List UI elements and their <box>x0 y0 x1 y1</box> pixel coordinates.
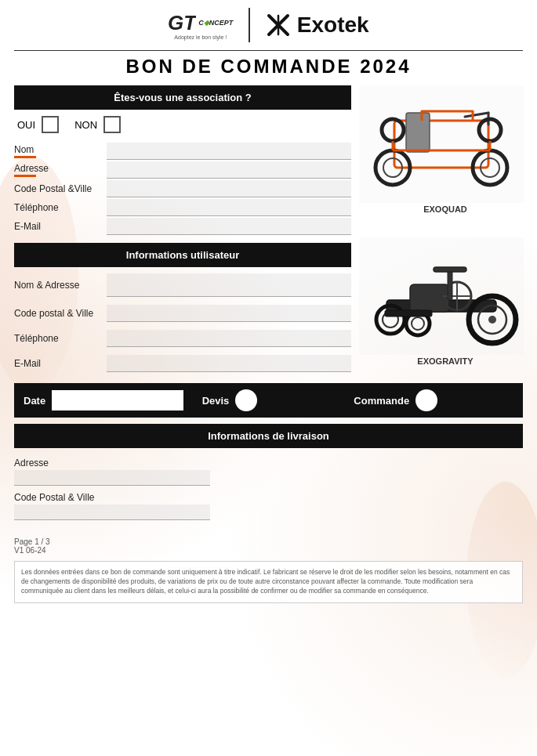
nom-group: Nom <box>14 143 351 160</box>
page-info: Page 1 / 3 <box>14 537 523 546</box>
exotek-icon <box>266 13 291 38</box>
user-email-label: E-Mail <box>14 358 100 369</box>
oui-checkbox[interactable] <box>42 116 59 133</box>
header: GT C◆NCEPT Adoptez le bon style ! Exotek <box>14 8 523 47</box>
exoquad-svg <box>363 89 520 199</box>
telephone-input[interactable] <box>107 199 351 216</box>
user-telephone-input[interactable] <box>107 330 351 347</box>
user-nom-adresse-group: Nom & Adresse <box>14 273 351 297</box>
code-postal-input[interactable] <box>107 180 351 197</box>
contact-form: Nom Adresse Code Postal &Ville <box>14 143 351 235</box>
user-email-group: E-Mail <box>14 355 351 372</box>
user-code-postal-label: Code postal & Ville <box>14 308 100 319</box>
svg-point-13 <box>479 119 501 141</box>
main-layout: Êtes-vous une association ? OUI NON Nom <box>14 85 523 377</box>
option-non[interactable]: NON <box>74 116 121 133</box>
gt-concept-tagline: Adoptez le bon style ! <box>174 34 227 40</box>
header-divider-line <box>14 50 523 51</box>
doc-row: Date Devis Commande <box>14 383 523 418</box>
association-options: OUI NON <box>14 116 351 133</box>
svg-rect-34 <box>385 310 432 317</box>
option-oui[interactable]: OUI <box>17 116 59 133</box>
exoquad-box: EXOQUAD <box>359 85 532 214</box>
telephone-label: Téléphone <box>14 202 100 213</box>
livraison-header: Informations de livraison <box>14 424 523 448</box>
svg-point-29 <box>488 316 496 324</box>
non-label: NON <box>74 119 97 131</box>
gt-concept-icon: GT <box>168 11 196 34</box>
user-nom-adresse-label: Nom & Adresse <box>14 280 100 291</box>
email-input[interactable] <box>107 218 351 235</box>
adresse-group: Adresse <box>14 161 351 179</box>
date-label: Date <box>24 395 45 407</box>
devis-circle[interactable] <box>235 389 257 411</box>
non-checkbox[interactable] <box>103 116 121 133</box>
livraison-adresse-group: Adresse <box>14 458 523 486</box>
exogravity-image <box>359 237 524 355</box>
header-divider <box>249 8 250 42</box>
exoquad-label: EXOQUAD <box>359 204 532 214</box>
svg-point-12 <box>382 119 404 141</box>
adresse-label: Adresse <box>14 163 100 174</box>
svg-point-33 <box>412 317 424 330</box>
nom-label: Nom <box>14 144 100 155</box>
date-input[interactable] <box>52 390 183 411</box>
livraison-section: Informations de livraison Adresse Code P… <box>14 424 523 530</box>
user-telephone-label: Téléphone <box>14 333 100 344</box>
commande-label: Commande <box>354 395 409 407</box>
full-width-section: Date Devis Commande Informations de livr… <box>14 383 523 603</box>
exotek-wordmark: Exotek <box>297 13 369 38</box>
code-postal-label: Code Postal &Ville <box>14 183 100 194</box>
exogravity-svg <box>363 241 520 351</box>
livraison-adresse-input[interactable] <box>14 470 210 486</box>
livraison-code-postal-group: Code Postal & Ville <box>14 492 523 520</box>
nom-accent <box>14 156 36 158</box>
page-title: BON DE COMMANDE 2024 <box>14 56 523 78</box>
livraison-form: Adresse Code Postal & Ville <box>14 454 523 530</box>
svg-line-6 <box>465 113 488 117</box>
footer-legal: Les données entrées dans ce bon de comma… <box>14 561 523 603</box>
user-email-input[interactable] <box>107 355 351 372</box>
exotek-logo: Exotek <box>266 13 369 38</box>
svg-text:GT: GT <box>168 11 196 34</box>
svg-rect-25 <box>448 269 452 300</box>
nom-input[interactable] <box>107 143 351 160</box>
user-nom-adresse-input[interactable] <box>107 273 351 297</box>
livraison-adresse-label: Adresse <box>14 458 523 468</box>
legal-text: Les données entrées dans ce bon de comma… <box>21 568 510 595</box>
right-column: EXOQUAD <box>359 85 532 377</box>
adresse-accent <box>14 175 36 177</box>
user-code-postal-group: Code postal & Ville <box>14 305 351 322</box>
footer-info: Page 1 / 3 V1 06-24 <box>14 537 523 555</box>
oui-label: OUI <box>17 119 35 131</box>
date-cell: Date <box>14 383 193 418</box>
adresse-input[interactable] <box>107 161 351 179</box>
svg-rect-26 <box>434 267 466 272</box>
livraison-code-postal-input[interactable] <box>14 505 210 520</box>
user-telephone-group: Téléphone <box>14 330 351 347</box>
livraison-code-postal-label: Code Postal & Ville <box>14 492 523 503</box>
telephone-group: Téléphone <box>14 199 351 216</box>
email-label: E-Mail <box>14 221 100 232</box>
association-header: Êtes-vous une association ? <box>14 85 351 110</box>
user-code-postal-input[interactable] <box>107 305 351 322</box>
version-info: V1 06-24 <box>14 546 523 555</box>
commande-cell: Commande <box>344 383 523 418</box>
user-info-section: Informations utilisateur Nom & Adresse C… <box>14 243 351 372</box>
exogravity-label: EXOGRAVITY <box>359 356 532 366</box>
email-group: E-Mail <box>14 218 351 235</box>
code-postal-group: Code Postal &Ville <box>14 180 351 197</box>
commande-circle[interactable] <box>415 389 437 411</box>
devis-cell: Devis <box>193 383 345 418</box>
left-column: Êtes-vous une association ? OUI NON Nom <box>14 85 351 377</box>
gt-concept-logo: GT C◆NCEPT Adoptez le bon style ! <box>168 11 233 40</box>
exogravity-box: EXOGRAVITY <box>359 237 532 366</box>
svg-rect-5 <box>406 113 430 152</box>
exoquad-image <box>359 85 524 203</box>
devis-label: Devis <box>202 395 230 407</box>
user-info-header: Informations utilisateur <box>14 243 351 267</box>
